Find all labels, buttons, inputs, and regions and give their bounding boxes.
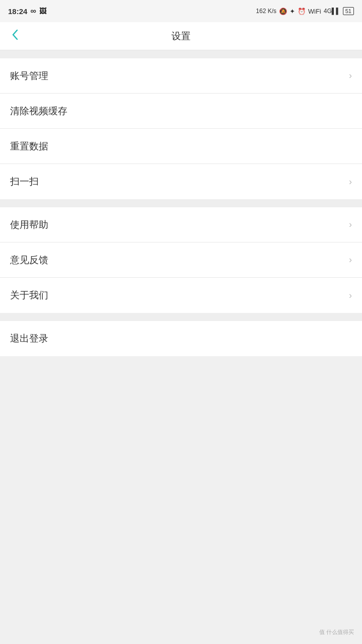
account-label: 账号管理 [10, 69, 48, 83]
feedback-arrow-icon: › [349, 255, 352, 265]
status-bar: 18:24 ∞ 🖼 162 K/s 🔕 ✦ ⏰ WiFi 4G▌▌ 51 [0, 0, 362, 22]
logout-label: 退出登录 [10, 332, 48, 345]
silent-icon: 🔕 [279, 8, 287, 15]
logout-button[interactable]: 退出登录 [0, 321, 362, 356]
menu-item-clear-cache[interactable]: 清除视频缓存 [0, 94, 362, 129]
status-indicators: 162 K/s 🔕 ✦ ⏰ WiFi 4G▌▌ 51 [256, 7, 354, 15]
account-arrow-icon: › [349, 70, 352, 81]
menu-item-feedback[interactable]: 意见反馈 › [0, 243, 362, 278]
menu-item-help[interactable]: 使用帮助 › [0, 207, 362, 243]
reset-data-label: 重置数据 [10, 140, 48, 153]
menu-group-1: 账号管理 › 清除视频缓存 重置数据 扫一扫 › [0, 58, 362, 199]
menu-item-scan[interactable]: 扫一扫 › [0, 164, 362, 199]
section-gap-top [0, 50, 362, 58]
menu-group-2: 使用帮助 › 意见反馈 › 关于我们 › [0, 207, 362, 313]
network-speed: 162 K/s [256, 8, 277, 15]
scan-label: 扫一扫 [10, 175, 39, 188]
clear-cache-label: 清除视频缓存 [10, 105, 67, 118]
help-label: 使用帮助 [10, 218, 48, 231]
battery-icon: 51 [343, 7, 354, 15]
menu-item-account[interactable]: 账号管理 › [0, 58, 362, 94]
help-arrow-icon: › [349, 219, 352, 230]
about-label: 关于我们 [10, 289, 48, 302]
section-gap-middle [0, 199, 362, 207]
bottom-area [0, 356, 362, 507]
page-title: 设置 [171, 30, 191, 43]
wifi-icon: WiFi [308, 8, 321, 15]
section-gap-logout [0, 313, 362, 321]
time-display: 18:24 [8, 7, 27, 16]
signal-icon: 4G▌▌ [324, 8, 340, 15]
loop-icon: ∞ [30, 7, 36, 16]
nav-bar: 设置 [0, 22, 362, 50]
watermark: 值 什么值得买 [319, 628, 354, 636]
image-icon: 🖼 [39, 7, 46, 15]
status-time: 18:24 ∞ 🖼 [8, 7, 46, 16]
menu-item-reset-data[interactable]: 重置数据 [0, 129, 362, 164]
logout-section: 退出登录 [0, 321, 362, 356]
menu-item-about[interactable]: 关于我们 › [0, 278, 362, 313]
scan-arrow-icon: › [349, 177, 352, 187]
battery-level: 51 [343, 7, 354, 15]
about-arrow-icon: › [349, 290, 352, 301]
bluetooth-icon: ✦ [290, 8, 295, 15]
alarm-icon: ⏰ [298, 8, 306, 15]
back-button[interactable] [8, 25, 22, 47]
feedback-label: 意见反馈 [10, 254, 48, 267]
